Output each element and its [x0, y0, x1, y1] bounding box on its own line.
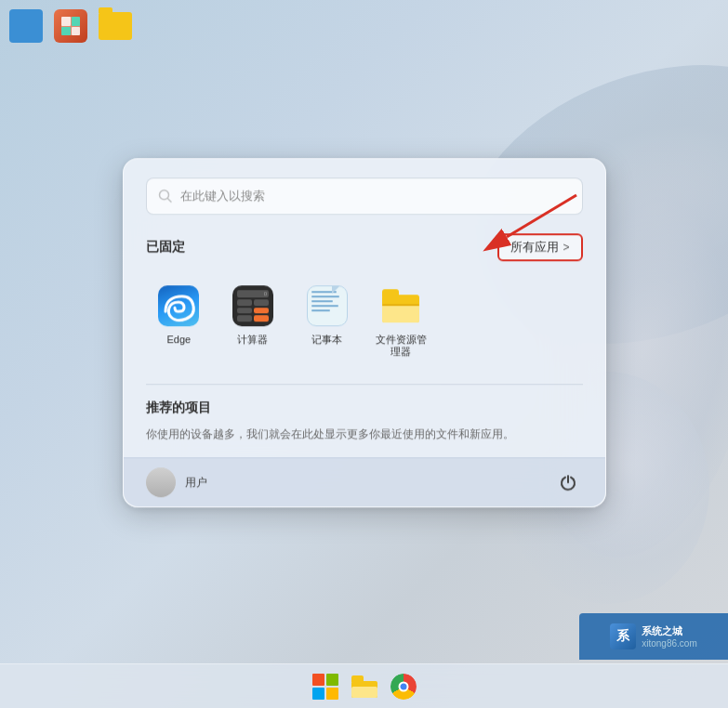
edge-icon — [158, 285, 199, 326]
watermark-logo: 系 — [610, 623, 636, 649]
app-label-edge: Edge — [166, 334, 191, 346]
files-icon-wrapper — [378, 283, 423, 328]
pinned-label: 已固定 — [146, 239, 185, 256]
power-button[interactable] — [553, 468, 583, 498]
search-bar[interactable]: 在此键入以搜索 — [146, 177, 583, 215]
app-item-edge[interactable]: Edge — [146, 276, 213, 365]
notepad-icon-wrapper — [305, 283, 350, 328]
watermark-site-name: 系统之城 — [642, 624, 696, 638]
desktop-icons — [7, 7, 134, 45]
pinned-section-header: 已固定 所有应用 > — [146, 233, 583, 261]
user-avatar — [146, 468, 176, 498]
taskbar-chrome[interactable] — [387, 670, 420, 703]
taskbar-file-explorer[interactable] — [348, 670, 381, 703]
start-menu: 在此键入以搜索 已固定 所有应用 > — [123, 158, 606, 507]
user-section[interactable]: 用户 — [146, 468, 207, 498]
taskbar-start-button[interactable] — [309, 670, 342, 703]
edge-icon-wrapper — [156, 283, 201, 328]
app-item-files[interactable]: 文件资源管理器 — [367, 276, 434, 365]
app-item-calculator[interactable]: 0 计算器 — [219, 276, 286, 365]
app-label-calculator: 计算器 — [237, 334, 268, 346]
file-explorer-icon — [351, 675, 377, 698]
calc-icon: 0 — [232, 285, 273, 326]
app-item-notepad[interactable]: 记事本 — [294, 276, 361, 365]
watermark-text: 系统之城 xitong86.com — [642, 624, 696, 649]
taskbar — [0, 663, 728, 708]
desktop: 在此键入以搜索 已固定 所有应用 > — [0, 0, 728, 708]
recommended-description: 你使用的设备越多，我们就会在此处显示更多你最近使用的文件和新应用。 — [146, 426, 583, 443]
power-icon — [559, 474, 577, 492]
search-icon — [158, 189, 173, 203]
desktop-icon-blue-square[interactable] — [7, 7, 45, 45]
watermark: 系 系统之城 xitong86.com — [579, 613, 728, 660]
notepad-icon — [307, 285, 348, 326]
chevron-right-icon: > — [563, 241, 569, 254]
user-name: 用户 — [185, 475, 207, 491]
all-apps-label: 所有应用 — [510, 239, 559, 256]
search-placeholder: 在此键入以搜索 — [180, 188, 571, 204]
taskbar-icons — [309, 670, 420, 703]
windows-logo-icon — [312, 674, 338, 700]
watermark-url: xitong86.com — [642, 638, 696, 649]
app-grid: Edge 0 计算器 — [146, 276, 583, 365]
svg-line-1 — [167, 199, 171, 203]
desktop-icon-folder[interactable] — [97, 7, 134, 45]
app-label-notepad: 记事本 — [311, 334, 342, 346]
desktop-icon-colorful[interactable] — [52, 7, 89, 45]
calc-icon-wrapper: 0 — [231, 283, 275, 328]
recommended-section: 推荐的项目 你使用的设备越多，我们就会在此处显示更多你最近使用的文件和新应用。 — [146, 385, 583, 458]
chrome-icon — [390, 674, 417, 700]
files-icon — [380, 285, 421, 326]
recommended-title: 推荐的项目 — [146, 400, 583, 417]
start-menu-bottom: 用户 — [124, 458, 605, 507]
app-label-files: 文件资源管理器 — [371, 334, 430, 358]
all-apps-button[interactable]: 所有应用 > — [497, 233, 582, 261]
